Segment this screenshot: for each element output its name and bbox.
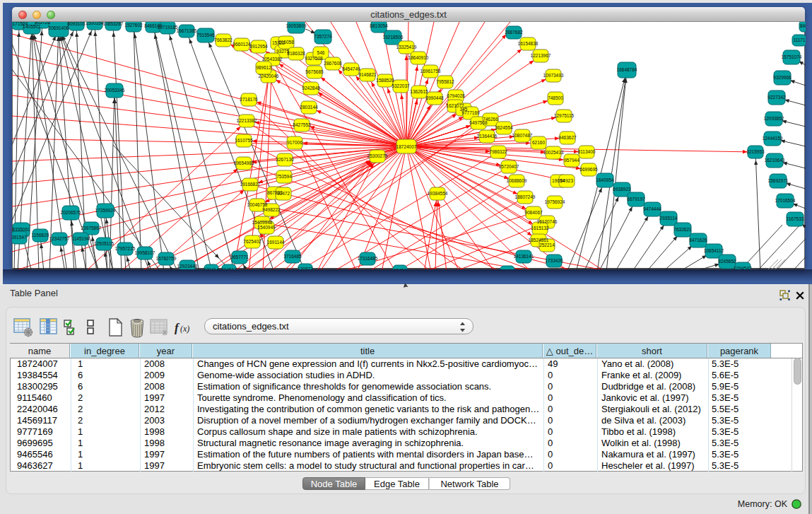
svg-text:10807487: 10807487 [512,133,533,138]
svg-text:8813054: 8813054 [370,23,388,28]
svg-text:2718176: 2718176 [240,97,258,102]
svg-text:748500: 748500 [548,95,563,100]
svg-text:252214: 252214 [539,243,555,247]
svg-text:9463627: 9463627 [558,135,577,140]
svg-text:16154838: 16154838 [518,41,539,46]
svg-text:20206576: 20206576 [61,210,81,215]
svg-text:12342757: 12342757 [49,236,70,241]
svg-text:2887682: 2887682 [505,30,523,35]
svg-text:753594: 753594 [276,174,292,179]
svg-text:19384554: 19384554 [428,191,448,196]
svg-text:16648784: 16648784 [617,67,637,72]
svg-text:9657771: 9657771 [230,255,249,259]
svg-text:17016504: 17016504 [775,198,796,203]
svg-text:746266: 746266 [483,117,498,122]
svg-text:7357274: 7357274 [314,34,332,39]
svg-text:10853287: 10853287 [103,22,124,26]
svg-text:25300275: 25300275 [367,153,388,158]
svg-text:1500354: 1500354 [86,22,104,25]
svg-text:16120746: 16120746 [537,219,558,224]
svg-text:5675685: 5675685 [305,69,324,74]
svg-text:18115: 18115 [501,269,514,269]
svg-text:9242848: 9242848 [302,86,320,90]
svg-text:929414: 929414 [204,267,219,269]
svg-text:1691144: 1691144 [267,240,285,245]
svg-text:18724007: 18724007 [396,144,417,149]
svg-text:64923: 64923 [560,178,573,183]
svg-text:14136141: 14136141 [514,254,534,259]
svg-text:546: 546 [317,50,325,55]
svg-text:10046758: 10046758 [247,202,268,207]
svg-text:989612: 989612 [256,65,271,70]
svg-text:8471626: 8471626 [689,238,707,243]
svg-text:62160: 62160 [532,140,545,145]
svg-text:7632621: 7632621 [673,227,692,232]
svg-text:957944: 957944 [564,158,579,163]
svg-text:2803144: 2803144 [300,105,318,110]
svg-text:7663822: 7663822 [214,37,233,42]
svg-text:10973493: 10973493 [543,73,564,78]
svg-text:19756924: 19756924 [545,199,565,204]
svg-text:15720407: 15720407 [499,164,519,169]
svg-text:21364436: 21364436 [477,134,498,139]
svg-text:1527602: 1527602 [124,23,143,28]
svg-text:3267130: 3267130 [276,157,294,162]
svg-text:10719185: 10719185 [158,25,178,30]
svg-text:16961758: 16961758 [420,69,441,74]
svg-text:10654112: 10654112 [704,248,724,253]
svg-text:12213382: 12213382 [237,118,257,123]
svg-text:19218506: 19218506 [383,35,404,40]
svg-text:8427552: 8427552 [293,122,311,127]
svg-text:1362615: 1362615 [410,89,428,94]
svg-text:8938923: 8938923 [613,187,631,192]
svg-text:90472: 90472 [277,191,290,196]
svg-text:16671385: 16671385 [177,28,197,33]
svg-text:10688609: 10688609 [507,178,527,183]
svg-text:1156829: 1156829 [32,233,49,238]
svg-text:5322037: 5322037 [392,83,410,88]
svg-text:9245652: 9245652 [718,259,736,264]
svg-text:120573: 120573 [298,267,313,269]
svg-text:1167533: 1167533 [787,216,804,221]
svg-text:17957225: 17957225 [115,246,136,251]
svg-text:1405571: 1405571 [23,24,41,29]
svg-text:8990448: 8990448 [425,95,444,100]
svg-text:9227342: 9227342 [767,95,786,100]
svg-text:9329966: 9329966 [773,75,792,80]
svg-text:6794028: 6794028 [447,93,465,98]
svg-text:12923448: 12923448 [177,264,198,269]
svg-text:1588520: 1588520 [376,78,394,83]
svg-text:9777169: 9777169 [461,110,480,115]
svg-text:2935114: 2935114 [660,216,678,221]
svg-text:3624554: 3624554 [495,125,513,130]
svg-text:8186328: 8186328 [287,51,305,56]
svg-text:16053809: 16053809 [286,23,307,28]
svg-text:391547: 391547 [12,235,27,240]
svg-text:16782759: 16782759 [156,256,177,261]
svg-text:20691406: 20691406 [49,25,69,30]
svg-text:12444159: 12444159 [763,136,783,141]
svg-text:6679197: 6679197 [627,197,645,201]
svg-text:10543382: 10543382 [262,57,283,62]
svg-text:12975115: 12975115 [554,113,575,118]
svg-text:1615132: 1615132 [531,226,549,230]
svg-text:17316485: 17316485 [358,256,378,261]
svg-text:23975867: 23975867 [81,226,102,230]
svg-text:9474444: 9474444 [643,206,661,211]
svg-text:905726: 905726 [35,22,50,25]
svg-text:11171: 11171 [793,37,805,42]
svg-text:9327508: 9327508 [305,56,323,61]
svg-text:15409948: 15409948 [252,220,273,225]
svg-text:18807249: 18807249 [515,194,536,199]
svg-text:(x): (x) [180,324,189,334]
svg-text:19958107: 19958107 [135,250,155,255]
svg-text:15751074: 15751074 [782,54,802,59]
svg-text:20053346: 20053346 [105,88,125,93]
svg-text:9498222: 9498222 [262,207,281,212]
svg-text:92450: 92450 [394,268,406,269]
svg-text:804512: 804512 [221,267,237,269]
svg-text:7955812: 7955812 [436,79,454,84]
svg-text:10025433: 10025433 [543,150,564,155]
svg-text:8113400: 8113400 [578,149,596,154]
svg-text:18524861: 18524861 [529,238,549,243]
